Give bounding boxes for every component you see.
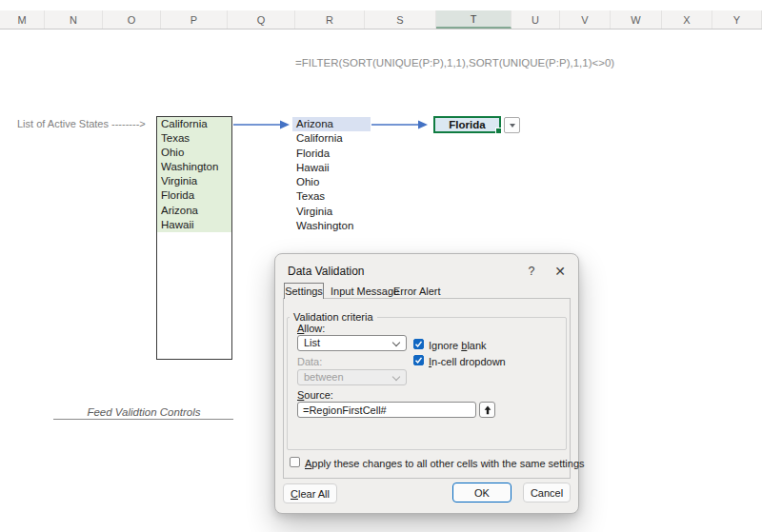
column-header-w[interactable]: W: [611, 10, 662, 29]
cell-sorted-state[interactable]: Washington: [292, 219, 371, 233]
ignore-blank-label: Ignore blank: [429, 340, 487, 351]
cell-source-state[interactable]: Florida: [157, 188, 231, 203]
fill-handle[interactable]: [495, 128, 502, 134]
in-cell-dropdown-checkbox[interactable]: [413, 355, 424, 365]
tab-input-message[interactable]: Input Message: [331, 286, 399, 297]
column-header-q[interactable]: Q: [228, 10, 295, 29]
cell-source-state[interactable]: Washington: [157, 160, 231, 174]
apply-to-all-checkbox[interactable]: [290, 457, 300, 467]
filter-formula-text[interactable]: =FILTER(SORT(UNIQUE(P:P),1,1),SORT(UNIQU…: [295, 57, 614, 69]
cell-source-state[interactable]: Ohio: [157, 146, 231, 160]
cell-source-state[interactable]: California: [157, 117, 231, 131]
collapse-dialog-arrow-icon: [482, 404, 493, 416]
check-icon: [414, 356, 423, 365]
cell-sorted-state-highlighted[interactable]: Arizona: [292, 117, 371, 131]
dialog-title: Data Validation: [288, 265, 365, 278]
help-icon[interactable]: ?: [525, 265, 538, 278]
cell-source-state[interactable]: Texas: [157, 131, 231, 146]
cell-source-state[interactable]: Virginia: [157, 174, 231, 188]
column-header-s[interactable]: S: [365, 10, 436, 29]
source-states-range: California Texas Ohio Washington Virgini…: [156, 116, 232, 360]
ok-button[interactable]: OK: [452, 483, 511, 502]
column-header-t-selected[interactable]: T: [436, 10, 511, 29]
cell-sorted-state[interactable]: Florida: [292, 147, 371, 161]
data-select-disabled: between: [297, 369, 407, 385]
in-cell-dropdown-button[interactable]: [504, 117, 520, 133]
column-header-n[interactable]: N: [45, 10, 103, 29]
cell-sorted-state[interactable]: Texas: [292, 189, 371, 204]
arrow-right-icon: [371, 119, 430, 130]
caption-underline: [53, 419, 233, 420]
cell-sorted-state[interactable]: Ohio: [292, 175, 371, 189]
range-picker-button[interactable]: [479, 402, 495, 418]
dropdown-cell-value: Florida: [449, 119, 485, 130]
data-label: Data:: [297, 356, 322, 367]
source-input[interactable]: [297, 402, 476, 418]
clear-all-button[interactable]: Clear All: [283, 483, 337, 503]
chevron-down-icon: [392, 373, 400, 381]
validation-criteria-label: Validation criteria: [290, 311, 377, 323]
ignore-blank-checkbox[interactable]: [413, 339, 424, 349]
column-header-p[interactable]: P: [161, 10, 228, 29]
active-states-label: List of Active States -------->: [17, 118, 146, 129]
source-label: Source:: [297, 389, 333, 401]
chevron-down-icon: [392, 339, 400, 346]
validated-dropdown-cell[interactable]: Florida: [433, 116, 501, 133]
cell-sorted-state[interactable]: Hawaii: [292, 161, 371, 175]
allow-selected-value: List: [304, 337, 320, 348]
arrow-right-icon: [232, 119, 291, 130]
column-header-r[interactable]: R: [295, 10, 365, 29]
column-header-x[interactable]: X: [662, 10, 712, 29]
cell-sorted-state[interactable]: California: [292, 131, 371, 146]
tab-settings[interactable]: Settings: [284, 283, 324, 299]
cell-source-state[interactable]: Hawaii: [157, 218, 231, 232]
cell-sorted-state[interactable]: Virginia: [292, 205, 371, 219]
column-header-row: M N O P Q R S T U V W X Y: [0, 10, 762, 30]
apply-to-all-label: Apply these changes to all other cells w…: [305, 458, 585, 469]
tab-error-alert[interactable]: Error Alert: [393, 286, 441, 297]
in-cell-dropdown-label: In-cell dropdown: [429, 356, 506, 367]
dropdown-arrow-icon: [510, 124, 515, 128]
column-header-m[interactable]: M: [0, 10, 45, 29]
cancel-button[interactable]: Cancel: [523, 483, 571, 502]
column-header-o[interactable]: O: [103, 10, 161, 29]
allow-label: Allow:: [297, 323, 325, 334]
column-header-y[interactable]: Y: [712, 10, 762, 29]
sheet-caption: Feed Validtion Controls: [52, 406, 235, 418]
allow-select[interactable]: List: [297, 335, 407, 351]
sorted-states-range: Arizona California Florida Hawaii Ohio T…: [292, 117, 371, 233]
check-icon: [414, 340, 423, 348]
column-header-v[interactable]: V: [560, 10, 611, 29]
close-icon[interactable]: ✕: [552, 264, 568, 279]
column-header-u[interactable]: U: [511, 10, 560, 29]
data-selected-value: between: [304, 371, 344, 383]
data-validation-dialog: Data Validation ? ✕ Settings Input Messa…: [274, 253, 579, 514]
cell-source-state[interactable]: Arizona: [157, 204, 231, 218]
